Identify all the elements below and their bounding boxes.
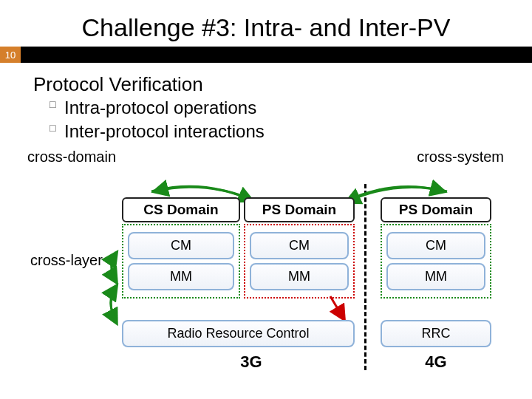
layer-cell-cm: CM (250, 232, 349, 259)
layer-cell-rrc: RRC (381, 320, 491, 347)
column-ps-domain-4g: PS Domain CM MM (381, 197, 491, 299)
column-ps-domain-3g: PS Domain CM MM (244, 197, 355, 299)
bullet-item: Inter-protocol interactions (50, 120, 502, 143)
label-cross-system: cross-system (417, 149, 504, 166)
layer-cell-mm: MM (128, 263, 234, 290)
label-3g: 3G (192, 352, 310, 372)
label-4g: 4G (381, 352, 491, 372)
column-header: PS Domain (381, 197, 491, 222)
bullet-item: Intra-protocol operations (50, 96, 502, 120)
page-bar-fill (21, 47, 532, 63)
page-bar: 10 (0, 47, 532, 63)
column-body: CM MM (244, 224, 355, 299)
column-body: CM MM (122, 224, 240, 299)
layer-cell-mm: MM (386, 263, 485, 290)
diagram-top-labels: cross-domain cross-system (33, 149, 502, 175)
column-body: CM MM (381, 224, 491, 299)
column-cs-domain: CS Domain CM MM (122, 197, 240, 299)
subtitle: Protocol Verification (33, 73, 502, 96)
layer-cell-cm: CM (386, 232, 485, 259)
layer-cell-rrc: Radio Resource Control (122, 320, 355, 347)
system-divider (364, 184, 366, 370)
label-cross-domain: cross-domain (27, 149, 116, 166)
slide-title: Challenge #3: Intra- and Inter-PV (0, 0, 532, 47)
column-header: CS Domain (122, 197, 240, 222)
layer-cell-mm: MM (250, 263, 349, 290)
bullet-list: Intra-protocol operations Inter-protocol… (33, 96, 502, 144)
rrc-4g-block: RRC (381, 320, 491, 347)
layer-cell-cm: CM (128, 232, 234, 259)
page-number: 10 (0, 47, 21, 63)
column-header: PS Domain (244, 197, 355, 222)
label-cross-layer: cross-layer (30, 252, 103, 269)
content-area: Protocol Verification Intra-protocol ope… (0, 63, 532, 175)
rrc-3g-block: Radio Resource Control (122, 320, 355, 347)
